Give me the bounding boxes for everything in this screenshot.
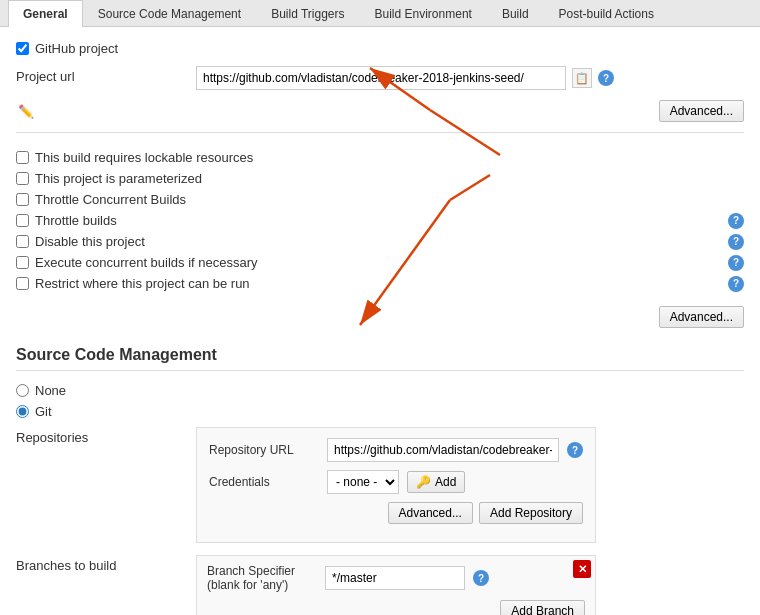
source-code-section: Source Code Management None Git Reposito… bbox=[16, 346, 744, 615]
tab-post-build-actions[interactable]: Post-build Actions bbox=[544, 0, 669, 27]
scm-git-radio[interactable] bbox=[16, 405, 29, 418]
branch-specifier-row: Branch Specifier (blank for 'any') ? bbox=[207, 564, 585, 592]
tab-general[interactable]: General bbox=[8, 0, 83, 27]
branch-specifier-help-icon[interactable]: ? bbox=[473, 570, 489, 586]
key-icon: 🔑 bbox=[416, 475, 431, 489]
tab-bar: General Source Code Management Build Tri… bbox=[0, 0, 760, 27]
option-restrict-label: Restrict where this project can be run bbox=[35, 276, 250, 291]
pencil-icon[interactable]: ✏️ bbox=[16, 101, 36, 121]
option-throttle-concurrent-checkbox[interactable] bbox=[16, 193, 29, 206]
project-url-input[interactable] bbox=[196, 66, 566, 90]
branch-specifier-input[interactable] bbox=[325, 566, 465, 590]
repositories-label: Repositories bbox=[16, 427, 196, 445]
option-throttle-builds-checkbox[interactable] bbox=[16, 214, 29, 227]
add-repository-button[interactable]: Add Repository bbox=[479, 502, 583, 524]
credentials-select[interactable]: - none - bbox=[327, 470, 399, 494]
add-credentials-button[interactable]: 🔑 Add bbox=[407, 471, 465, 493]
restrict-project-help-icon[interactable]: ? bbox=[728, 276, 744, 292]
option-execute-label: Execute concurrent builds if necessary bbox=[35, 255, 258, 270]
general-bottom-advanced-row: Advanced... bbox=[16, 306, 744, 328]
general-bottom-advanced-button[interactable]: Advanced... bbox=[659, 306, 744, 328]
repo-url-input[interactable] bbox=[327, 438, 559, 462]
repo-advanced-button[interactable]: Advanced... bbox=[388, 502, 473, 524]
add-branch-button[interactable]: Add Branch bbox=[500, 600, 585, 615]
project-url-label: Project url bbox=[16, 66, 196, 84]
options-list: This build requires lockable resources T… bbox=[16, 143, 744, 298]
repo-panel: Repository URL ? Credentials - none - 🔑 bbox=[196, 427, 596, 543]
branches-content: ✕ Branch Specifier (blank for 'any') ? A… bbox=[196, 555, 744, 615]
github-project-label: GitHub project bbox=[35, 41, 118, 56]
tab-build-environment[interactable]: Build Environment bbox=[360, 0, 487, 27]
tab-build[interactable]: Build bbox=[487, 0, 544, 27]
github-project-checkbox[interactable] bbox=[16, 42, 29, 55]
general-section: GitHub project Project url 📋 ? ✏️ Advanc… bbox=[16, 41, 744, 328]
project-url-help-icon[interactable]: ? bbox=[598, 70, 614, 86]
add-credentials-label: Add bbox=[435, 475, 456, 489]
disable-project-help-icon[interactable]: ? bbox=[728, 234, 744, 250]
main-content: GitHub project Project url 📋 ? ✏️ Advanc… bbox=[0, 27, 760, 615]
option-lockable-label: This build requires lockable resources bbox=[35, 150, 253, 165]
option-throttle-concurrent: Throttle Concurrent Builds bbox=[16, 189, 744, 210]
option-disable-project: Disable this project ? bbox=[16, 231, 744, 252]
option-lockable-resources: This build requires lockable resources bbox=[16, 147, 744, 168]
repositories-row: Repositories Repository URL ? Credential… bbox=[16, 425, 744, 545]
repo-url-label: Repository URL bbox=[209, 443, 319, 457]
option-execute-checkbox[interactable] bbox=[16, 256, 29, 269]
option-param-checkbox[interactable] bbox=[16, 172, 29, 185]
tab-build-triggers[interactable]: Build Triggers bbox=[256, 0, 359, 27]
scm-none-radio[interactable] bbox=[16, 384, 29, 397]
branch-specifier-label: Branch Specifier (blank for 'any') bbox=[207, 564, 317, 592]
branches-row: Branches to build ✕ Branch Specifier (bl… bbox=[16, 553, 744, 615]
branch-panel: ✕ Branch Specifier (blank for 'any') ? A… bbox=[196, 555, 596, 615]
general-advanced-button[interactable]: Advanced... bbox=[659, 100, 744, 122]
add-branch-row: Add Branch bbox=[207, 600, 585, 615]
project-url-content: 📋 ? bbox=[196, 66, 744, 90]
divider-1 bbox=[16, 132, 744, 133]
option-disable-label: Disable this project bbox=[35, 234, 145, 249]
throttle-builds-help-icon[interactable]: ? bbox=[728, 213, 744, 229]
option-throttle-builds: Throttle builds ? bbox=[16, 210, 744, 231]
github-project-row: GitHub project bbox=[16, 41, 744, 56]
option-execute-concurrent: Execute concurrent builds if necessary ? bbox=[16, 252, 744, 273]
general-advanced-row: ✏️ Advanced... bbox=[16, 100, 744, 122]
option-throttle-concurrent-label: Throttle Concurrent Builds bbox=[35, 192, 186, 207]
repo-url-row: Repository URL ? bbox=[209, 438, 583, 462]
repo-url-help-icon[interactable]: ? bbox=[567, 442, 583, 458]
scm-none-row: None bbox=[16, 383, 744, 398]
option-throttle-builds-label: Throttle builds bbox=[35, 213, 117, 228]
option-parameterized: This project is parameterized bbox=[16, 168, 744, 189]
option-param-label: This project is parameterized bbox=[35, 171, 202, 186]
page-wrapper: General Source Code Management Build Tri… bbox=[0, 0, 760, 615]
repo-buttons-row: Advanced... Add Repository bbox=[209, 502, 583, 524]
scm-git-label: Git bbox=[35, 404, 52, 419]
tab-source-code-management[interactable]: Source Code Management bbox=[83, 0, 256, 27]
clipboard-icon[interactable]: 📋 bbox=[572, 68, 592, 88]
branches-label: Branches to build bbox=[16, 555, 196, 573]
repositories-content: Repository URL ? Credentials - none - 🔑 bbox=[196, 427, 744, 543]
option-restrict-project: Restrict where this project can be run ? bbox=[16, 273, 744, 294]
option-lockable-checkbox[interactable] bbox=[16, 151, 29, 164]
scm-none-label: None bbox=[35, 383, 66, 398]
execute-concurrent-help-icon[interactable]: ? bbox=[728, 255, 744, 271]
scm-git-row: Git bbox=[16, 404, 744, 419]
option-disable-checkbox[interactable] bbox=[16, 235, 29, 248]
option-restrict-checkbox[interactable] bbox=[16, 277, 29, 290]
credentials-label: Credentials bbox=[209, 475, 319, 489]
source-code-heading: Source Code Management bbox=[16, 346, 744, 371]
remove-branch-button[interactable]: ✕ bbox=[573, 560, 591, 578]
credentials-row: Credentials - none - 🔑 Add bbox=[209, 470, 583, 494]
project-url-row: Project url 📋 ? bbox=[16, 64, 744, 92]
